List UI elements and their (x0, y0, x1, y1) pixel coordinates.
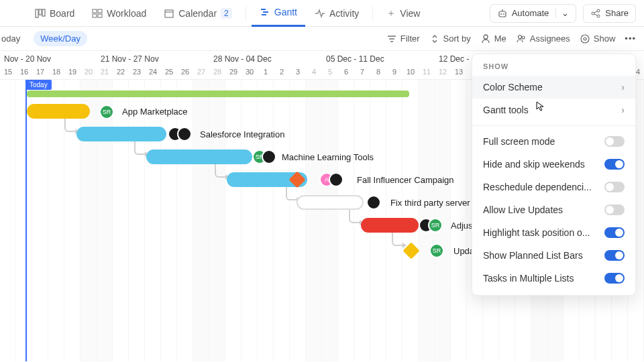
dependency-arrow (286, 187, 297, 200)
task-bar-ml-tools[interactable] (146, 149, 252, 164)
tab-activity[interactable]: Activity (307, 0, 367, 27)
svg-rect-3 (93, 9, 97, 13)
show-panel: SHOW Color Scheme › Gantt tools › Full s… (472, 54, 636, 296)
task-bar-salesforce[interactable] (76, 127, 166, 141)
panel-toggle-row[interactable]: Hide and skip weekends (472, 153, 635, 176)
grid-column (258, 80, 274, 361)
grid-column (193, 80, 209, 361)
dependency-arrow (392, 233, 402, 246)
summary-bar[interactable] (27, 90, 409, 97)
filter-button[interactable]: Filter (386, 34, 420, 44)
grid-column (322, 80, 338, 361)
svg-point-24 (484, 35, 488, 39)
avatar[interactable] (177, 127, 192, 141)
day-cell: 12 (435, 66, 451, 79)
toggle-switch[interactable] (604, 204, 625, 215)
robot-icon (497, 8, 508, 19)
weekday-toggle[interactable]: Week/Day (34, 31, 87, 46)
avatar[interactable] (329, 172, 343, 187)
assignees-button[interactable]: Assignees (516, 34, 570, 44)
automate-label: Automate (512, 8, 549, 18)
tab-board[interactable]: Board (27, 0, 83, 27)
filter-label: Filter (400, 34, 420, 44)
task-bar-app-marketplace[interactable] (27, 104, 90, 119)
task-label: Machine Learning Tools (282, 152, 374, 162)
panel-color-scheme[interactable]: Color Scheme › (472, 76, 635, 99)
grid-column (306, 80, 322, 361)
toggle-switch[interactable] (604, 136, 625, 147)
svg-line-19 (594, 11, 597, 13)
panel-toggle-row[interactable]: Tasks in Multiple Lists (472, 267, 635, 290)
svg-rect-5 (93, 14, 97, 17)
grid-column (241, 80, 258, 361)
today-button[interactable]: oday (0, 31, 27, 46)
svg-rect-4 (98, 9, 102, 13)
today-line (25, 80, 27, 361)
chevron-right-icon: › (621, 82, 625, 93)
toggle-switch[interactable] (604, 273, 625, 284)
workload-icon (92, 8, 103, 19)
day-cell: 15 (0, 66, 16, 79)
svg-rect-12 (499, 11, 506, 17)
panel-toggle-row[interactable]: Show Planned List Bars (472, 244, 635, 267)
grid-column (113, 80, 129, 361)
day-cell: 30 (241, 66, 258, 79)
chevron-down-icon[interactable]: ⌄ (555, 8, 569, 18)
gantt-icon (260, 7, 270, 17)
panel-toggle-row[interactable]: Full screen mode (472, 130, 635, 153)
grid-column (32, 80, 48, 361)
calendar-badge: 2 (221, 8, 232, 19)
avatar[interactable] (366, 195, 381, 210)
tab-gantt[interactable]: Gantt (252, 0, 305, 27)
dependency-arrow (349, 210, 360, 223)
share-button[interactable]: Share (583, 4, 636, 23)
grid-column (161, 80, 177, 361)
svg-point-27 (584, 38, 586, 40)
activity-icon (315, 8, 325, 19)
grid-column (129, 80, 145, 361)
day-cell: 27 (193, 66, 209, 79)
panel-item-label: Tasks in Multiple Lists (483, 273, 574, 284)
month-cell: 21 Nov - 27 Nov (97, 51, 209, 66)
avatar[interactable]: SR (429, 243, 444, 258)
task-bar-adjust[interactable] (361, 218, 419, 233)
me-label: Me (494, 34, 506, 44)
panel-item-label: Full screen mode (483, 136, 555, 147)
panel-heading: SHOW (472, 62, 635, 76)
sortby-button[interactable]: Sort by (429, 34, 471, 44)
panel-gantt-tools[interactable]: Gantt tools › (472, 99, 635, 121)
avatar[interactable]: SR (99, 105, 114, 119)
toggle-switch[interactable] (604, 250, 625, 261)
day-cell: 7 (354, 66, 370, 79)
me-filter[interactable]: Me (480, 34, 506, 44)
task-bar-fix-server[interactable] (297, 195, 364, 210)
show-button[interactable]: Show (580, 34, 616, 44)
dependency-arrow (134, 141, 145, 155)
panel-toggle-row[interactable]: Reschedule dependenci... (472, 176, 635, 198)
panel-toggle-row[interactable]: Highlight task position o... (472, 221, 635, 244)
task-label: Fix third party server (390, 198, 470, 208)
svg-point-14 (503, 13, 504, 15)
day-cell: 21 (97, 66, 113, 79)
panel-toggle-row[interactable]: Allow Live Updates (472, 198, 635, 221)
automate-button[interactable]: Automate ⌄ (490, 4, 577, 23)
avatar[interactable] (262, 149, 276, 164)
tab-calendar[interactable]: Calendar 2 (156, 0, 240, 27)
tab-activity-label: Activity (329, 8, 359, 19)
add-view-button[interactable]: ＋ View (378, 0, 428, 27)
tab-workload[interactable]: Workload (84, 0, 154, 27)
avatar[interactable]: SR (428, 218, 443, 233)
toggle-switch[interactable] (604, 159, 625, 170)
sort-icon (429, 34, 440, 44)
share-label: Share (605, 8, 629, 18)
task-label: Salesforce Integration (200, 129, 284, 139)
day-cell: 8 (370, 66, 386, 79)
panel-item-label: Show Planned List Bars (483, 250, 583, 261)
toggle-switch[interactable] (604, 227, 625, 238)
settings-icon (580, 34, 590, 44)
more-button[interactable]: ••• (625, 34, 636, 44)
grid-column (177, 80, 193, 361)
gantt-toolbar: oday Week/Day Filter Sort by Me Assignee… (0, 27, 644, 51)
toggle-switch[interactable] (604, 182, 625, 192)
grid-column (274, 80, 290, 361)
